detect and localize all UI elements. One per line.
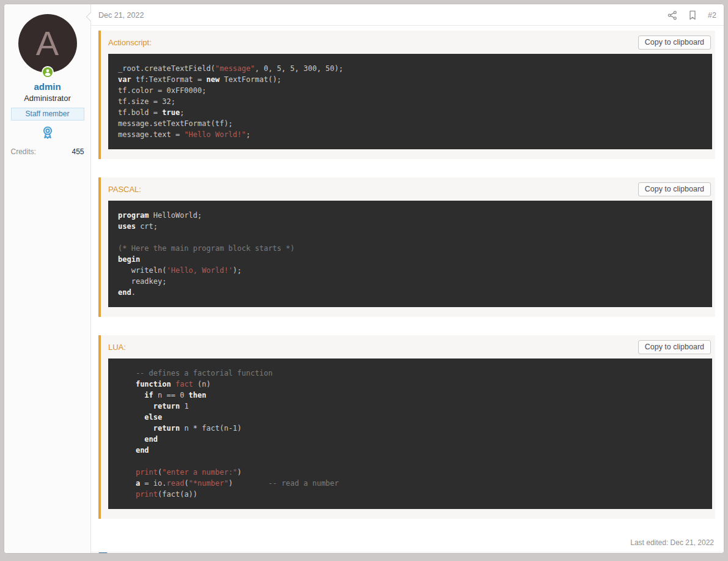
user-online-icon [42,66,54,78]
code-line: end [118,445,702,456]
code-line: a = io.read("*number") -- read a number [118,478,702,489]
code-language-label: Actionscript: [108,38,152,47]
code-line: end [118,434,702,445]
action-link-edit[interactable]: Edit [161,552,174,554]
credits-row: Credits: 455 [11,147,84,156]
code-line: writeln('Hello, World!'); [118,265,702,276]
code-line: var tf:TextFormat = new TextFormat(); [118,74,702,85]
code-line: (* Here the main program block starts *) [118,243,702,254]
share-icon[interactable] [667,10,677,20]
code-language-label: LUA: [108,343,126,352]
code-line: else [118,412,702,423]
code-line: message.text = "Hello World!"; [118,129,702,140]
post-main: Dec 21, 2022 #2 [91,4,724,553]
code-line: message.setTextFormat(tf); [118,118,702,129]
code-block-header: PASCAL:Copy to clipboard [101,177,712,201]
code-content-actionscript: _root.createTextField("message", 0, 5, 5… [108,54,712,149]
code-line: end. [118,287,702,298]
user-title: Administrator [24,94,71,103]
code-block-header: LUA:Copy to clipboard [101,335,712,359]
post-card: A admin Administrator Staff member Credi… [4,4,724,554]
code-line: _root.createTextField("message", 0, 5, 5… [118,63,702,74]
code-line: tf.size = 32; [118,96,702,107]
attribution-actions: #2 [667,10,716,20]
staff-member-banner: Staff member [11,108,84,121]
code-block-actionscript: Actionscript:Copy to clipboard_root.crea… [98,31,715,159]
code-content-lua: -- defines a factorial function function… [108,359,712,509]
code-line: print("enter a number:") [118,467,702,478]
action-link-history[interactable]: History [190,552,215,554]
credits-label: Credits: [11,147,36,156]
copy-to-clipboard-button[interactable]: Copy to clipboard [638,340,711,354]
action-link-change-author[interactable]: Change author [293,552,346,554]
action-link-delete[interactable]: Delete [231,552,254,554]
copy-to-clipboard-button[interactable]: Copy to clipboard [638,35,711,50]
username-link[interactable]: admin [34,81,61,92]
post-date-link[interactable]: Dec 21, 2022 [98,11,144,20]
code-line: readkey; [118,276,702,287]
code-line: uses crt; [118,221,702,232]
code-line: if n == 0 then [118,390,702,401]
reply-button[interactable]: Reply [693,552,714,554]
avatar-letter: A [36,26,59,61]
post-content: Actionscript:Copy to clipboard_root.crea… [91,26,724,537]
last-edited-text: Last edited: Dec 21, 2022 [91,537,724,552]
post-number-link[interactable]: #2 [708,11,716,20]
avatar[interactable]: A [18,14,77,73]
code-line: return n * fact(n-1) [118,423,702,434]
moderator-action-links: ReportEditHistoryDeleteIPChange author [121,552,346,554]
credits-value: 455 [72,147,84,156]
award-icon [40,125,56,141]
copy-to-clipboard-button[interactable]: Copy to clipboard [638,182,711,196]
code-line: begin [118,254,702,265]
code-line: return 1 [118,401,702,412]
code-content-pascal: program HelloWorld;uses crt; (* Here the… [108,201,712,307]
action-link-report[interactable]: Report [121,552,145,554]
bookmark-icon[interactable] [688,10,697,20]
code-line: print(fact(a)) [118,489,702,500]
code-line: tf.bold = true; [118,107,702,118]
code-block-pascal: PASCAL:Copy to clipboardprogram HelloWor… [98,177,715,317]
code-line [118,232,702,243]
code-language-label: PASCAL: [108,185,141,194]
code-line: function fact (n) [118,379,702,390]
code-block-lua: LUA:Copy to clipboard -- defines a facto… [98,335,715,519]
post-attribution-bar: Dec 21, 2022 #2 [91,4,724,26]
select-post-checkbox[interactable] [98,552,108,554]
action-link-ip[interactable]: IP [270,552,277,554]
code-line: program HelloWorld; [118,210,702,221]
code-line: -- defines a factorial function [118,368,702,379]
code-line [118,456,702,467]
post-author-sidebar: A admin Administrator Staff member Credi… [4,4,91,553]
code-line: tf.color = 0xFF0000; [118,85,702,96]
code-block-header: Actionscript:Copy to clipboard [101,31,712,54]
post-actions-bar: ReportEditHistoryDeleteIPChange author R… [91,552,724,554]
